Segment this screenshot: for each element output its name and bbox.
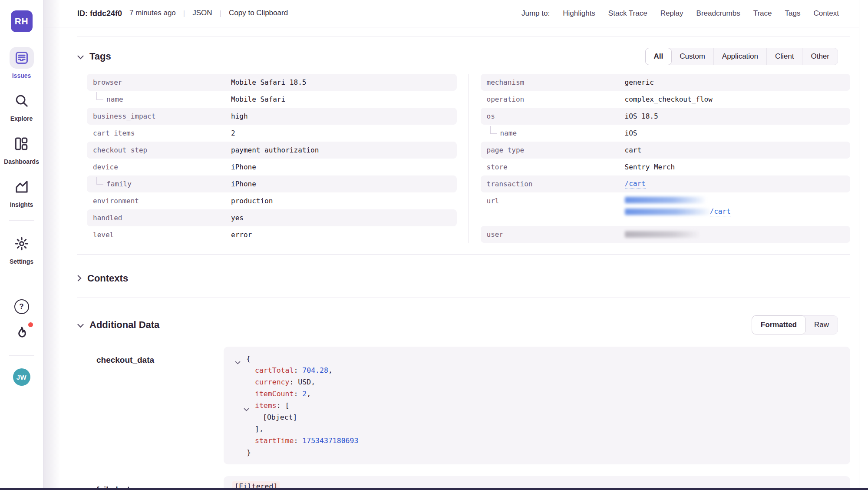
tag-row-name: nameiOS <box>481 125 851 142</box>
jump-link-tags[interactable]: Tags <box>785 9 800 18</box>
sidebar-item-settings[interactable]: Settings <box>10 233 34 265</box>
contexts-section-title: Contexts <box>87 273 128 284</box>
event-time-link[interactable]: 7 minutes ago <box>129 9 176 18</box>
tags-section-header: Tags AllCustomApplicationClientOther <box>77 48 850 65</box>
jump-to-label: Jump to: <box>521 9 550 18</box>
copy-to-clipboard-link[interactable]: Copy to Clipboard <box>229 9 288 18</box>
tag-key: store <box>487 163 625 171</box>
tag-key-text: user <box>487 230 504 238</box>
json-link[interactable]: JSON <box>192 9 212 18</box>
tag-value-text: yes <box>231 214 244 222</box>
tag-value-link[interactable]: /cart <box>625 179 646 189</box>
window-bottom-edge <box>0 488 868 490</box>
whats-new-button[interactable] <box>14 325 30 343</box>
tag-value-text: Sentry Merch <box>625 163 675 171</box>
code-token-plain: { <box>246 354 251 363</box>
tag-key: mechanism <box>487 78 625 86</box>
tag-key: os <box>487 112 625 120</box>
tag-value-text: 2 <box>231 129 235 137</box>
tag-value-text: generic <box>625 78 654 86</box>
tag-row-transaction: transaction/cart <box>481 175 851 192</box>
insights-icon <box>10 176 34 198</box>
filter-application[interactable]: Application <box>713 48 766 65</box>
code-token-plain: ], <box>255 425 264 433</box>
code-token-plain: [Object] <box>263 413 297 421</box>
scroll-gutter[interactable] <box>859 0 868 490</box>
tag-row-os: osiOS 18.5 <box>481 108 851 125</box>
jump-link-context[interactable]: Context <box>813 9 839 18</box>
gear-icon <box>10 233 34 255</box>
code-token-key: items <box>255 401 277 410</box>
code-token-key: cartTotal <box>255 366 294 374</box>
tag-key-text: name <box>106 95 123 103</box>
filter-other[interactable]: Other <box>802 48 838 65</box>
inbox-icon <box>10 47 34 69</box>
sidebar-item-explore[interactable]: Explore <box>10 90 34 122</box>
code-token-plain: : <box>294 366 302 374</box>
tag-row-mechanism: mechanismgeneric <box>481 74 851 91</box>
tag-key: url <box>487 197 625 205</box>
tag-key-text: device <box>93 163 118 171</box>
notification-dot <box>28 322 33 327</box>
app-screen: RH IssuesExploreDashboardsInsightsSettin… <box>0 0 868 490</box>
tag-key: name <box>93 95 231 103</box>
tag-row-checkout-step: checkout_steppayment_authorization <box>87 142 457 159</box>
event-content: Tags AllCustomApplicationClientOther bro… <box>43 36 859 490</box>
org-logo[interactable]: RH <box>11 10 33 32</box>
code-line: startTime: 1753437180693 <box>224 435 850 447</box>
jump-links: HighlightsStack TraceReplayBreadcrumbsTr… <box>563 9 839 18</box>
view-formatted[interactable]: Formatted <box>752 315 806 334</box>
code-token-key: itemCount <box>255 390 294 398</box>
tree-branch-line <box>96 177 103 185</box>
jump-link-trace[interactable]: Trace <box>753 9 772 18</box>
chevron-down-icon <box>77 319 84 331</box>
additional-data-section-title: Additional Data <box>89 319 159 331</box>
code-token-num: 2 <box>302 390 307 398</box>
code-token-plain: : <box>294 437 302 445</box>
jump-link-stack-trace[interactable]: Stack Trace <box>608 9 647 18</box>
tags-column-divider <box>469 74 469 243</box>
jump-link-highlights[interactable]: Highlights <box>563 9 595 18</box>
jump-link-replay[interactable]: Replay <box>660 9 683 18</box>
tag-value: /cart <box>625 197 731 216</box>
filter-all[interactable]: All <box>645 48 672 65</box>
tags-column-left: browserMobile Safari 18.5nameMobile Safa… <box>87 74 457 243</box>
help-icon[interactable]: ? <box>14 299 29 314</box>
view-raw[interactable]: Raw <box>805 316 838 334</box>
sidebar-item-label: Settings <box>10 258 33 265</box>
filter-custom[interactable]: Custom <box>671 48 713 65</box>
tag-value-text: payment_authorization <box>231 146 319 154</box>
tag-key-text: level <box>93 231 114 239</box>
sidebar-item-issues[interactable]: Issues <box>10 47 34 79</box>
tag-value-text: high <box>231 112 248 120</box>
tag-key: family <box>93 180 231 188</box>
jump-link-breadcrumbs[interactable]: Breadcrumbs <box>696 9 740 18</box>
code-line: ], <box>224 423 850 435</box>
sidebar-item-label: Dashboards <box>4 158 39 165</box>
sidebar-item-insights[interactable]: Insights <box>10 176 34 208</box>
flame-icon <box>14 335 30 342</box>
tag-value-text: complex_checkout_flow <box>625 95 713 103</box>
search-icon <box>10 90 34 112</box>
tag-key: name <box>487 129 625 137</box>
filter-client[interactable]: Client <box>766 48 802 65</box>
tag-key-text: store <box>487 163 508 171</box>
separator: | <box>183 9 185 18</box>
tag-value-link[interactable]: /cart <box>710 207 731 216</box>
tag-row-operation: operationcomplex_checkout_flow <box>481 91 851 108</box>
tag-key-text: checkout_step <box>93 146 147 154</box>
additional-data-section-toggle[interactable]: Additional Data <box>77 319 159 331</box>
sidebar-divider <box>9 355 34 356</box>
chevron-down-icon <box>77 51 84 62</box>
section-divider <box>77 254 850 255</box>
code-token-key: currency <box>255 378 289 386</box>
tags-section-toggle[interactable]: Tags <box>77 51 111 62</box>
tree-branch-line <box>490 126 497 134</box>
sidebar-item-dashboards[interactable]: Dashboards <box>4 133 39 165</box>
contexts-section-toggle[interactable]: Contexts <box>77 273 128 284</box>
tag-key: business_impact <box>93 112 231 120</box>
event-header: ID: fddc24f0 7 minutes ago | JSON | Copy… <box>43 0 859 27</box>
json-code-viewer: {cartTotal: 704.28,currency: USD,itemCou… <box>224 347 850 464</box>
sidebar-divider <box>9 220 34 221</box>
user-avatar[interactable]: JW <box>13 368 30 386</box>
